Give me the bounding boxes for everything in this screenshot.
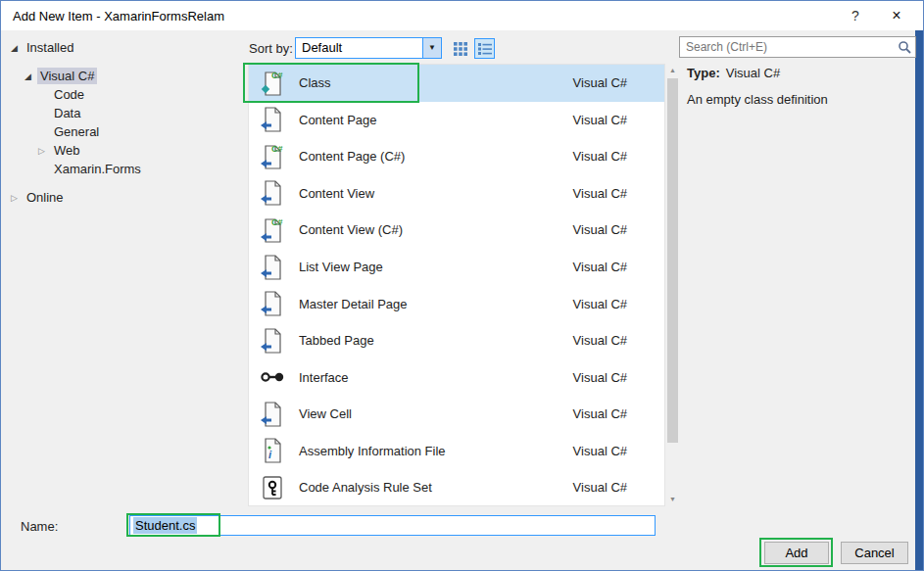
add-new-item-dialog: Add New Item - XamarinFormsRelam ? × ◢ I… xyxy=(0,0,924,571)
master-detail-page-icon xyxy=(258,289,287,318)
tree-item-general[interactable]: ▷ General xyxy=(9,122,242,141)
template-description: An empty class definition xyxy=(687,92,828,107)
interface-icon xyxy=(258,362,287,392)
grid-view-icon xyxy=(454,42,467,56)
small-icons-view-button[interactable] xyxy=(450,38,470,59)
template-item-list-view-page[interactable]: List View Page Visual C# xyxy=(249,249,664,286)
list-view-icon xyxy=(478,42,492,56)
svg-text:C#: C# xyxy=(271,71,283,80)
tree-item-code[interactable]: ▷ Code xyxy=(9,85,242,104)
template-item-interface[interactable]: Interface Visual C# xyxy=(249,358,664,396)
search-input[interactable] xyxy=(686,38,887,56)
type-value: Visual C# xyxy=(726,66,780,80)
tree-item-visual-csharp[interactable]: ◢ Visual C# xyxy=(9,67,242,85)
list-view-page-icon xyxy=(258,253,287,282)
template-item-master-detail-page[interactable]: Master Detail Page Visual C# xyxy=(249,285,664,322)
tree-item-online[interactable]: ▷ Online xyxy=(9,188,242,207)
class-icon: C# xyxy=(258,69,287,98)
code-analysis-rule-set-icon xyxy=(258,473,287,502)
tree-item-installed[interactable]: ◢ Installed xyxy=(9,38,242,57)
tree-item-xamarin-forms[interactable]: ▷ Xamarin.Forms xyxy=(9,160,242,178)
add-button[interactable]: Add xyxy=(764,542,829,564)
search-icon[interactable] xyxy=(898,40,911,54)
template-list: C# Class Visual C# Content Page Visual C… xyxy=(248,64,665,506)
cancel-button[interactable]: Cancel xyxy=(841,542,908,564)
template-item-assembly-information-file[interactable]: i Assembly Information File Visual C# xyxy=(249,432,664,469)
list-view-button[interactable] xyxy=(474,38,495,59)
sort-by-label: Sort by: xyxy=(249,41,293,56)
assembly-information-file-icon: i xyxy=(258,436,287,465)
scroll-down-icon[interactable]: ▼ xyxy=(665,493,680,506)
template-item-class[interactable]: C# Class Visual C# xyxy=(249,65,664,102)
name-input[interactable]: Student.cs xyxy=(129,515,656,536)
name-label: Name: xyxy=(21,519,58,534)
template-item-content-view-csharp[interactable]: C# Content View (C#) Visual C# xyxy=(249,212,664,249)
svg-text:C#: C# xyxy=(271,217,283,227)
tree-item-data[interactable]: ▷ Data xyxy=(9,104,242,122)
category-tree: ◢ Installed ◢ Visual C# ▷ Code ▷ Data ▷ … xyxy=(9,38,242,207)
scroll-up-icon[interactable]: ▲ xyxy=(665,64,680,77)
svg-text:C#: C# xyxy=(271,144,283,154)
content-page-csharp-icon: C# xyxy=(258,142,287,171)
template-item-content-view[interactable]: Content View Visual C# xyxy=(249,175,664,213)
content-page-icon xyxy=(258,105,287,134)
template-item-view-cell[interactable]: View Cell Visual C# xyxy=(249,396,664,433)
list-scrollbar[interactable]: ▲ ▼ xyxy=(665,64,680,506)
window-right-border xyxy=(915,30,923,570)
window-title: Add New Item - XamarinFormsRelam xyxy=(13,9,224,24)
template-type-line: Type:Visual C# xyxy=(687,66,780,80)
content-view-icon xyxy=(258,178,287,208)
help-button[interactable]: ? xyxy=(839,1,872,30)
template-item-code-analysis-rule-set[interactable]: Code Analysis Rule Set Visual C# xyxy=(249,469,664,506)
scrollbar-thumb[interactable] xyxy=(667,78,678,443)
search-box xyxy=(679,36,916,58)
template-item-content-page[interactable]: Content Page Visual C# xyxy=(249,102,664,139)
collapse-arrow-icon[interactable]: ▷ xyxy=(38,146,51,156)
sort-by-dropdown[interactable]: Default ▼ xyxy=(295,37,442,59)
sort-by-value: Default xyxy=(302,40,342,55)
chevron-down-icon[interactable]: ▼ xyxy=(422,38,441,58)
template-item-tabbed-page[interactable]: Tabbed Page Visual C# xyxy=(249,322,664,359)
expand-arrow-icon[interactable]: ◢ xyxy=(11,43,24,53)
title-bar: Add New Item - XamarinFormsRelam ? × xyxy=(1,1,923,30)
close-button[interactable]: × xyxy=(880,1,913,30)
template-item-content-page-csharp[interactable]: C# Content Page (C#) Visual C# xyxy=(249,138,664,175)
content-view-csharp-icon: C# xyxy=(258,215,287,245)
type-label: Type: xyxy=(687,66,720,80)
tree-item-web[interactable]: ▷ Web xyxy=(9,141,242,160)
collapse-arrow-icon[interactable]: ▷ xyxy=(11,193,24,203)
expand-arrow-icon[interactable]: ◢ xyxy=(24,71,37,81)
view-cell-icon xyxy=(258,400,287,429)
name-input-value: Student.cs xyxy=(133,517,197,534)
tabbed-page-icon xyxy=(258,326,287,356)
